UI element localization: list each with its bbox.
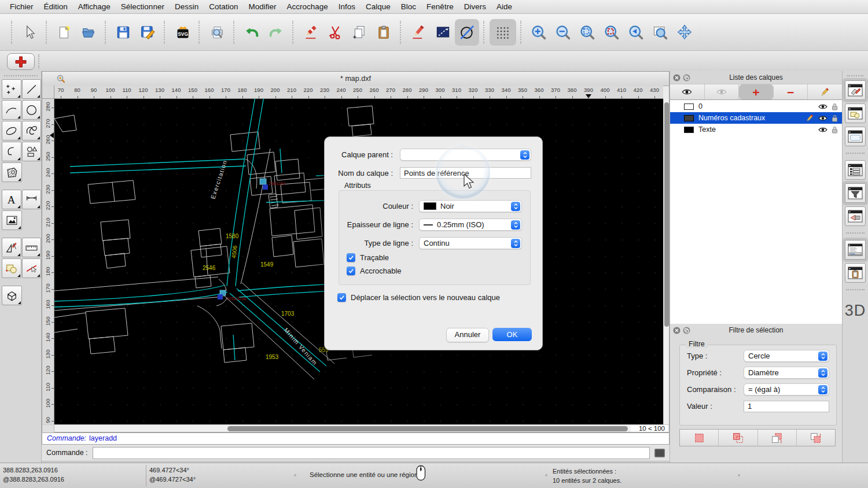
menu-item-fenetre[interactable]: Fenêtre (421, 2, 459, 11)
modify-tool-button[interactable] (22, 258, 42, 278)
eye-icon[interactable] (818, 115, 827, 121)
selected-point-marker[interactable] (218, 294, 223, 300)
drafting-tools-button[interactable] (2, 238, 21, 257)
linetype-select[interactable]: Continu (419, 237, 522, 249)
command-console-toggle-button[interactable] (654, 449, 665, 457)
menu-item-accrochage[interactable]: Accrochage (281, 2, 333, 11)
toggle-layer-panel-button[interactable] (845, 80, 866, 100)
ruler-tool-button[interactable] (22, 238, 42, 257)
draw-pencil-button[interactable] (406, 19, 431, 46)
3d-panel-label[interactable]: 3D (845, 302, 866, 320)
save-as-button[interactable] (135, 19, 160, 46)
lock-icon[interactable] (832, 126, 838, 134)
layer-row-selected[interactable]: Numéros cadastraux (670, 112, 842, 124)
window-titlebar[interactable]: * map.dxf (42, 72, 669, 86)
intersect-selection-button[interactable] (797, 430, 835, 446)
menu-item-selectionner[interactable]: Sélectionner (116, 2, 170, 11)
toggle-command-panel-button[interactable] (845, 240, 866, 260)
add-entity-button[interactable] (7, 53, 35, 70)
add-to-selection-button[interactable] (719, 430, 757, 446)
show-all-layers-button[interactable] (670, 84, 705, 99)
menu-item-affichage[interactable]: Affichage (73, 2, 116, 11)
add-layer-button[interactable]: + (739, 84, 774, 99)
copy-button[interactable] (347, 19, 372, 46)
selection-box-button[interactable] (431, 19, 455, 46)
cube-3d-tool-button[interactable] (2, 286, 22, 305)
toggle-view-panel-button[interactable] (845, 206, 866, 226)
vertical-scrollbar[interactable] (663, 99, 669, 424)
points-tool-button[interactable] (2, 79, 21, 99)
checkbox-checked-icon[interactable] (347, 253, 355, 262)
delete-button[interactable] (299, 19, 323, 46)
filter-value-input[interactable]: 1 (744, 401, 829, 412)
redo-button[interactable] (264, 19, 288, 46)
plottable-checkbox-row[interactable]: Traçable (347, 253, 389, 262)
checkbox-checked-icon[interactable] (337, 293, 346, 302)
zoom-out-button[interactable] (551, 19, 575, 46)
filter-type-select[interactable]: Cercle (744, 350, 829, 362)
open-file-button[interactable] (76, 19, 101, 46)
horizontal-scrollbar[interactable]: 10 < 100 (42, 424, 669, 432)
reference-point-marker[interactable] (260, 179, 266, 184)
blocks-tool-button[interactable] (2, 258, 21, 278)
layer-row[interactable]: 0 (670, 101, 842, 112)
text-tool-button[interactable]: A (2, 190, 21, 209)
remove-layer-button[interactable]: − (774, 84, 808, 99)
toggle-library-panel-button[interactable] (845, 127, 866, 146)
circle-tool-button[interactable] (22, 100, 42, 120)
menu-item-dessin[interactable]: Dessin (170, 2, 204, 11)
cancel-button[interactable]: Annuler (446, 328, 489, 342)
selected-point-marker[interactable] (263, 184, 268, 190)
menu-item-calque[interactable]: Calque (361, 2, 396, 11)
arc-tool-button[interactable] (2, 100, 21, 120)
filter-property-select[interactable]: Diamètre (744, 367, 829, 379)
toggle-property-panel-button[interactable] (845, 160, 866, 180)
zoom-window-button[interactable] (648, 19, 672, 46)
polyline-tool-button[interactable] (2, 142, 21, 161)
shapes-tool-button[interactable] (22, 142, 42, 161)
command-input[interactable] (93, 447, 650, 459)
svg-export-button[interactable]: SVG (170, 19, 194, 46)
zoom-previous-button[interactable] (624, 19, 648, 46)
zoom-auto-button[interactable] (575, 19, 599, 46)
menu-item-aide[interactable]: Aide (491, 2, 517, 11)
ok-button[interactable]: OK (492, 328, 532, 341)
lock-icon[interactable] (832, 114, 838, 122)
vertical-scrollbar-thumb[interactable] (664, 102, 669, 327)
color-select[interactable]: Noir (419, 200, 522, 212)
horizontal-scrollbar-thumb[interactable] (227, 426, 628, 431)
menu-item-cotation[interactable]: Cotation (204, 2, 243, 11)
hide-all-layers-button[interactable] (705, 84, 740, 99)
zoom-in-button[interactable] (527, 19, 551, 46)
close-panel-icon[interactable] (673, 327, 681, 334)
zoom-selection-button[interactable] (599, 19, 624, 46)
menu-item-edition[interactable]: Édition (39, 2, 73, 11)
image-tool-button[interactable] (2, 210, 22, 230)
toggle-block-panel-button[interactable] (845, 103, 866, 123)
hatch-tool-button[interactable] (2, 162, 22, 182)
paste-button[interactable] (372, 19, 396, 46)
lock-icon[interactable] (832, 103, 838, 110)
menu-item-divers[interactable]: Divers (459, 2, 491, 11)
menu-item-bloc[interactable]: Bloc (396, 2, 421, 11)
dimension-tool-button[interactable] (22, 190, 42, 209)
draft-circle-button[interactable] (455, 19, 479, 46)
float-panel-icon[interactable] (683, 327, 690, 334)
layer-row[interactable]: Texte (670, 124, 842, 135)
print-preview-button[interactable] (205, 19, 229, 46)
eye-icon[interactable] (818, 127, 827, 133)
spline-tool-button[interactable] (22, 121, 42, 141)
eye-icon[interactable] (818, 103, 827, 110)
cut-button[interactable] (323, 19, 347, 46)
remove-from-selection-button[interactable] (758, 430, 797, 446)
grid-button[interactable] (490, 19, 516, 46)
menu-item-infos[interactable]: Infos (333, 2, 361, 11)
undo-button[interactable] (240, 19, 264, 46)
toggle-clipboard-panel-button[interactable] (845, 263, 866, 283)
new-file-button[interactable] (52, 19, 76, 46)
edit-layer-button[interactable] (808, 84, 842, 99)
move-selection-checkbox-row[interactable]: Déplacer la sélection vers le nouveau ca… (337, 293, 500, 302)
pan-button[interactable] (672, 19, 697, 46)
ellipse-tool-button[interactable] (2, 121, 21, 141)
menu-item-modifier[interactable]: Modifier (243, 2, 281, 11)
